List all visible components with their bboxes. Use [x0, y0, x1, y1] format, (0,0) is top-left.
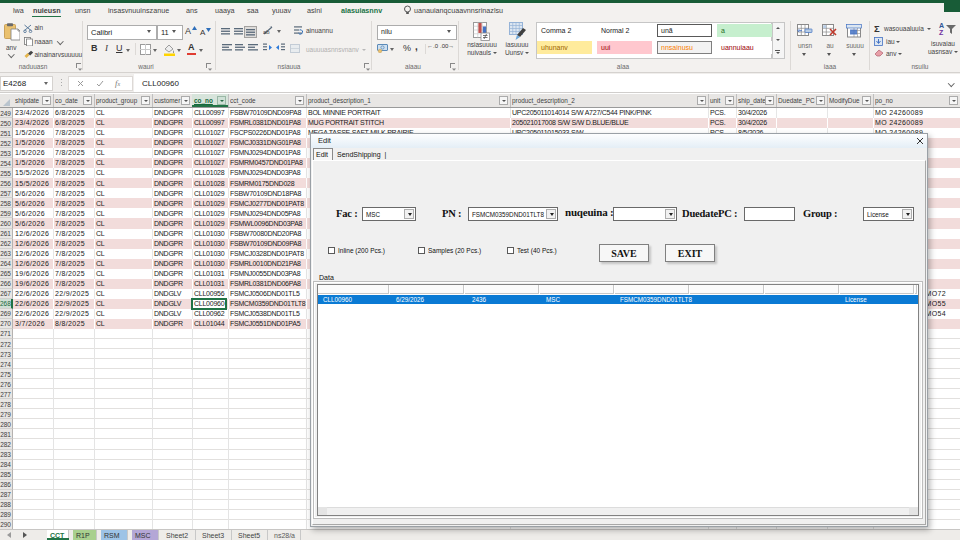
- svg-text:ab: ab: [263, 29, 270, 35]
